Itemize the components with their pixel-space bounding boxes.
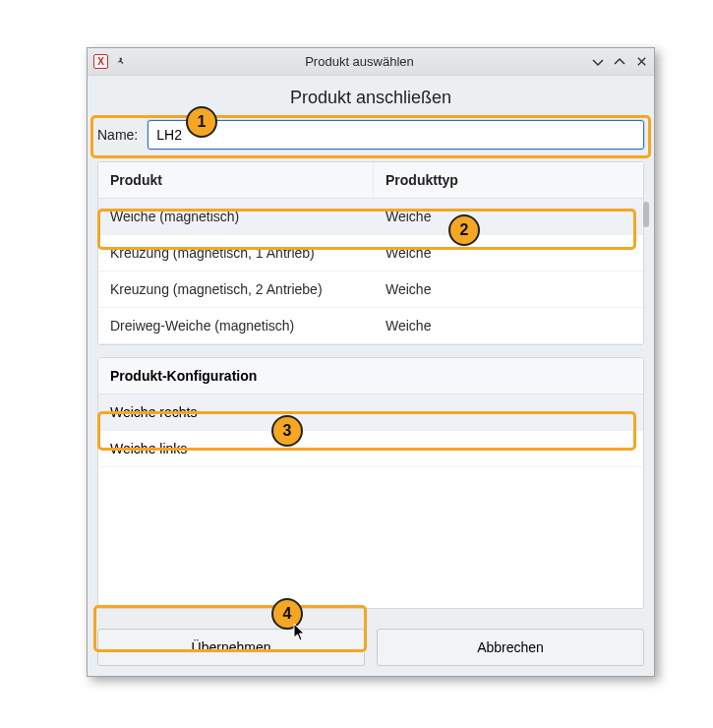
td-type: Weiche [374, 235, 643, 271]
th-type: Produkttyp [374, 162, 643, 198]
table-row[interactable]: Kreuzung (magnetisch, 1 Antrieb) Weiche [98, 235, 643, 272]
scrollbar-thumb[interactable] [643, 202, 649, 227]
cursor-icon [293, 623, 307, 642]
td-type: Weiche [374, 272, 643, 307]
table-row[interactable]: Weiche (magnetisch) Weiche [98, 199, 643, 235]
table-row[interactable]: Kreuzung (magnetisch, 2 Antriebe) Weiche [98, 272, 643, 308]
td-product: Kreuzung (magnetisch, 2 Antriebe) [98, 272, 374, 307]
maximize-icon[interactable] [613, 55, 626, 69]
td-type: Weiche [374, 199, 643, 234]
cancel-button[interactable]: Abbrechen [377, 629, 644, 666]
product-table: Produkt Produkttyp Weiche (magnetisch) W… [97, 161, 644, 345]
callout-1: 1 [186, 106, 217, 138]
name-input[interactable] [148, 120, 644, 150]
pin-icon[interactable] [114, 55, 128, 69]
titlebar: X Produkt auswählen [88, 48, 654, 76]
name-label: Name: [97, 127, 138, 143]
table-header: Produkt Produkttyp [98, 162, 643, 199]
app-icon: X [93, 54, 108, 69]
minimize-icon[interactable] [591, 55, 605, 69]
td-product: Kreuzung (magnetisch, 1 Antrieb) [98, 235, 374, 271]
close-icon[interactable] [634, 55, 648, 69]
button-row: Übernehmen Abbrechen [97, 629, 644, 666]
table-row[interactable]: Dreiweg-Weiche (magnetisch) Weiche [98, 308, 643, 344]
content-area: Produkt anschließen Name: Produkt Produk… [88, 76, 654, 676]
td-product: Dreiweg-Weiche (magnetisch) [98, 308, 374, 343]
th-product: Produkt [98, 162, 374, 198]
dialog-window: X Produkt auswählen Produkt anschließen … [87, 47, 655, 677]
config-table: Produkt-Konfiguration Weiche rechts Weic… [97, 357, 644, 609]
callout-3: 3 [271, 415, 303, 447]
td-type: Weiche [374, 308, 643, 343]
callout-2: 2 [448, 214, 480, 246]
config-row[interactable]: Weiche links [98, 431, 643, 467]
page-title: Produkt anschließen [97, 88, 644, 108]
td-product: Weiche (magnetisch) [98, 199, 374, 234]
name-row: Name: [97, 120, 644, 150]
window-title: Produkt auswählen [128, 54, 591, 69]
apply-button[interactable]: Übernehmen [97, 629, 365, 666]
config-header: Produkt-Konfiguration [98, 358, 643, 394]
config-row[interactable]: Weiche rechts [98, 394, 643, 431]
